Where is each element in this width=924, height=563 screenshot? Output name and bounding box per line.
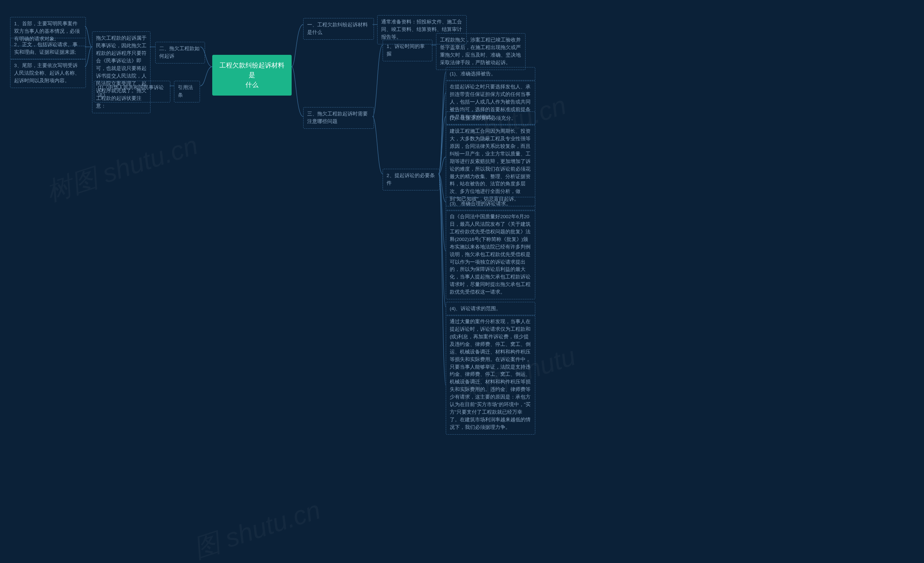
sub2-p4: (4)、诉讼请求的范围。 [446, 302, 535, 316]
section-3-sub1-text: 工程款拖欠，涉案工程已竣工验收并签字盖章后，在施工程出现拖欠或严重拖欠时，应当及… [436, 33, 525, 70]
root-node: 工程欠款纠纷起诉材料是 什么 [212, 55, 292, 96]
watermark: 图 shutu.cn [189, 493, 325, 563]
section-2-p3: 3、尾部，主要依次写明受诉人民法院全称、起诉人名称、起诉时间以及附项内容。 [10, 59, 86, 88]
section-2-p2: 2、正文，包括诉讼请求、事实和理由、证据和证据来源; [10, 38, 86, 60]
reference-item: [1]《中华人民共和国民事诉讼法》 [94, 81, 170, 102]
sub2-p2-text: 建设工程施工合同因为周期长、投资大，大多数为隐蔽工程及专业性强等原因，合同法律关… [446, 124, 535, 206]
section-1-title: 一、工程欠款纠纷起诉材料是什么 [303, 18, 374, 40]
sub2-p3-text: 自《合同法中国质量好2002年6月20日，最高人民法院发布了《关于建筑工程价款优… [446, 210, 535, 299]
section-3-title: 三、拖欠工程款起诉时需要注意哪些问题 [303, 107, 374, 129]
sub2-p3: (3)、准确合理的诉讼请求。 [446, 197, 535, 211]
sub2-p4-text: 通过大量的案件分析发现，当事人在提起诉讼时，诉讼请求仅为工程款和(或)利息，再加… [446, 315, 535, 434]
sub2-p2: (2)、证据全部资料必须充分。 [446, 111, 535, 126]
sub2-p1: (1)、准确选择被告。 [446, 67, 535, 81]
section-3-sub1-label: 1、诉讼时间的掌握 [382, 40, 432, 61]
reference-title: 引用法条 [174, 81, 200, 102]
section-3-sub2-label: 2、提起诉讼的必要条件 [382, 169, 440, 190]
section-2-title: 二、拖欠工程款如何起诉 [155, 42, 205, 63]
watermark: 树图 shutu.cn [42, 128, 202, 210]
